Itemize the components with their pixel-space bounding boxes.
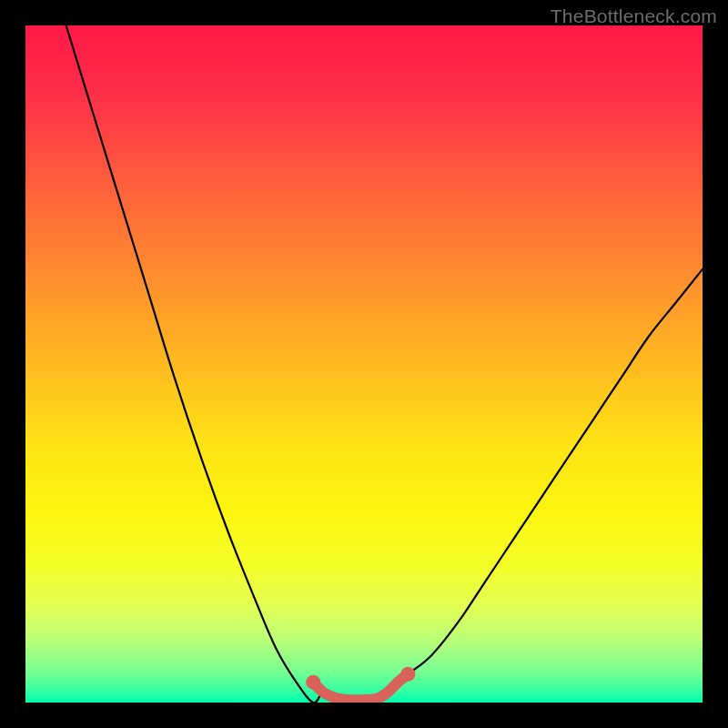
plot-area xyxy=(25,25,703,703)
valley-end-dot xyxy=(400,667,415,682)
valley-highlight-curve xyxy=(313,674,408,700)
valley-end-dot xyxy=(306,675,320,690)
watermark-text: TheBottleneck.com xyxy=(551,5,717,27)
curve-layer xyxy=(25,25,703,703)
chart-frame: TheBottleneck.com xyxy=(0,0,728,728)
bottleneck-left-curve xyxy=(66,25,703,703)
